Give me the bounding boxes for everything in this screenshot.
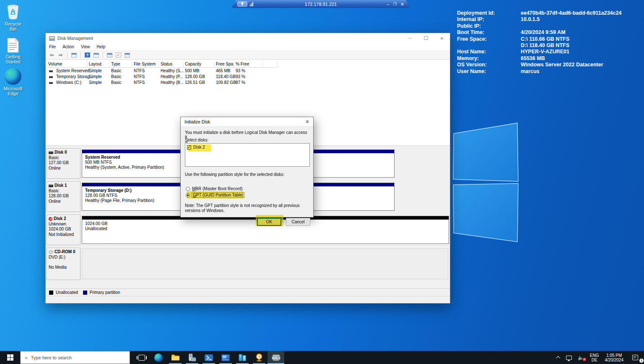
cdrom-label[interactable]: CD-ROM 0 DVD (E:) No Media (47, 248, 80, 280)
rdp-close-button[interactable]: ✕ (400, 2, 404, 6)
action-center-button[interactable]: 1 (626, 351, 644, 364)
bginfo-value: 4/20/2024 9:59 AM (521, 29, 641, 36)
menu-item-action[interactable]: Action (59, 45, 78, 49)
rdp-minimize-button[interactable]: – (387, 2, 390, 6)
hyper-v-manager-icon (238, 354, 247, 362)
col-layout[interactable]: Layout (87, 61, 109, 67)
bginfo-value: C:\ 110.66 GB NTFS (521, 36, 641, 42)
system-tray: 🔈✕ ENG DE 1:05 PM 4/20/2024 1 (554, 351, 644, 364)
disk0-label[interactable]: Disk 0 Basic 127.00 GB Online (47, 148, 80, 179)
rdp-restore-button[interactable]: ❐ (393, 2, 397, 6)
gpt-note-text: Note: The GPT partition style is not rec… (185, 203, 306, 213)
notification-badge: 1 (639, 359, 644, 363)
volume-row-windows-c[interactable]: Windows (C:) SimpleBasic NTFSHealthy (B.… (47, 79, 278, 85)
bginfo-label: Boot Time: (457, 29, 521, 36)
console-tree-button[interactable] (70, 52, 78, 58)
search-icon: ⌕ (25, 355, 28, 361)
taskbar-edge-button[interactable] (150, 351, 167, 364)
menu-item-help[interactable]: Help (93, 45, 109, 49)
volume-row-system-reserved[interactable]: System Reserved SimpleBasic NTFSHealthy … (47, 68, 278, 73)
taskbar-hyperv-manager-button[interactable] (234, 351, 251, 364)
tray-language-switcher[interactable]: ENG DE (587, 351, 602, 364)
check-button[interactable]: ✓ (115, 52, 122, 58)
primary-partition-legend-label: Primary partition (90, 290, 120, 295)
action-center-icon (632, 355, 638, 360)
desktop-icon-microsoft-edge[interactable]: Microsoft Edge (1, 67, 25, 96)
taskbar-task-scheduler-button[interactable] (251, 351, 267, 364)
bginfo-label: Public IP: (457, 23, 521, 29)
volume-table-header[interactable]: Volume Layout Type File System Status Ca… (47, 61, 278, 68)
col-file-system[interactable]: File System (132, 61, 159, 67)
col-status[interactable]: Status (159, 61, 183, 67)
window-maximize-button[interactable]: ☐ (418, 33, 434, 43)
window-minimize-button[interactable]: — (402, 33, 418, 43)
disk2-checkbox[interactable]: ✓ (187, 145, 191, 149)
taskbar-search-box[interactable]: ⌕ Type here to search (20, 351, 130, 364)
tray-chevron-button[interactable] (554, 351, 563, 364)
menu-item-view[interactable]: View (78, 45, 93, 49)
disk-icon (49, 151, 53, 154)
disk2-label[interactable]: ↺Disk 2 Unknown 1024.00 GB Not Initializ… (47, 215, 80, 245)
ok-button[interactable]: OK (257, 218, 281, 226)
bginfo-value: marcus (521, 68, 641, 75)
dialog-titlebar[interactable]: Initialize Disk ✕ (181, 117, 313, 126)
col-pct-free[interactable]: % Free (234, 61, 263, 67)
rescan-button[interactable] (106, 52, 113, 58)
back-button[interactable]: ⬅ (48, 52, 55, 58)
disk-error-icon: ↺ (49, 217, 52, 221)
bginfo-label: Memory: (457, 55, 521, 62)
desktop-icon-label: Recycle Bin (1, 21, 25, 31)
col-free-space[interactable]: Free Spa... (214, 61, 234, 67)
select-disks-label: Select disks: (185, 138, 208, 142)
cancel-button[interactable]: Cancel (286, 218, 310, 226)
col-type[interactable]: Type (109, 61, 132, 67)
menu-item-file[interactable]: File (46, 45, 59, 49)
mbr-radio-row[interactable]: MBR (Master Boot Record) (186, 186, 243, 191)
cdrom-media-area[interactable] (82, 249, 448, 279)
help-button[interactable]: ? (84, 52, 91, 58)
forward-button[interactable]: ➡ (57, 52, 64, 58)
col-capacity[interactable]: Capacity (183, 61, 214, 67)
disk2-list-item[interactable]: ✓ Disk 2 (185, 144, 309, 149)
start-button[interactable] (0, 351, 20, 364)
window-close-button[interactable]: ✕ (434, 33, 450, 43)
mbr-radio-label: MBR (Master Boot Record) (192, 186, 243, 191)
dialog-close-button[interactable]: ✕ (305, 119, 309, 125)
properties-button[interactable] (124, 52, 131, 58)
desktop-icon-recycle-bin[interactable]: Recycle Bin (1, 3, 25, 31)
bginfo-label: OS Version: (457, 62, 521, 68)
primary-partition-legend-swatch (83, 291, 87, 295)
window-titlebar[interactable]: Disk Management — ☐ ✕ (46, 33, 450, 43)
taskbar-disk-management-button[interactable] (267, 351, 284, 364)
volume-row-temporary-storage[interactable]: Temporary Storag... SimpleBasic NTFSHeal… (47, 73, 278, 79)
unallocated-legend-swatch (49, 291, 53, 295)
desktop-icon-label: Microsoft Edge (1, 86, 25, 96)
taskbar-server-manager-button[interactable] (184, 351, 200, 364)
taskbar-powershell-button[interactable] (200, 351, 217, 364)
bginfo-value: ee470b4b-37df-4ad6-badd-6c911a234c24 (521, 10, 641, 16)
recycle-bin-icon (1, 3, 25, 20)
gpt-radio-button[interactable] (186, 193, 190, 197)
unallocated-legend-label: Unallocated (56, 290, 78, 295)
disk-listbox[interactable]: ✓ Disk 2 (185, 143, 310, 167)
bginfo-label: Deployment Id: (457, 10, 521, 16)
col-volume[interactable]: Volume (47, 61, 87, 67)
disk1-label[interactable]: Disk 1 Basic 128.00 GB Online (47, 181, 80, 212)
show-hide-pane-button[interactable] (93, 52, 100, 58)
gpt-radio-row[interactable]: GPT (GUID Partition Table) (186, 193, 244, 197)
desktop-icon-getting-started[interactable]: Getting Started (1, 35, 25, 64)
tray-date: 4/20/2024 (605, 358, 624, 362)
mbr-radio-button[interactable] (186, 187, 190, 191)
microsoft-edge-icon (1, 67, 25, 85)
volume-icon (49, 70, 53, 72)
tray-clock[interactable]: 1:05 PM 4/20/2024 (602, 351, 627, 364)
task-view-button[interactable] (133, 351, 150, 364)
search-placeholder: Type here to search (31, 355, 72, 360)
cdrom-icon (49, 250, 53, 254)
tray-volume-button[interactable]: 🔈✕ (575, 351, 587, 364)
tray-network-button[interactable] (563, 351, 575, 364)
network-icon (566, 356, 572, 360)
dialog-title: Initialize Disk (184, 119, 210, 124)
taskbar-remote-desktop-button[interactable] (217, 351, 234, 364)
taskbar-file-explorer-button[interactable] (167, 351, 184, 364)
